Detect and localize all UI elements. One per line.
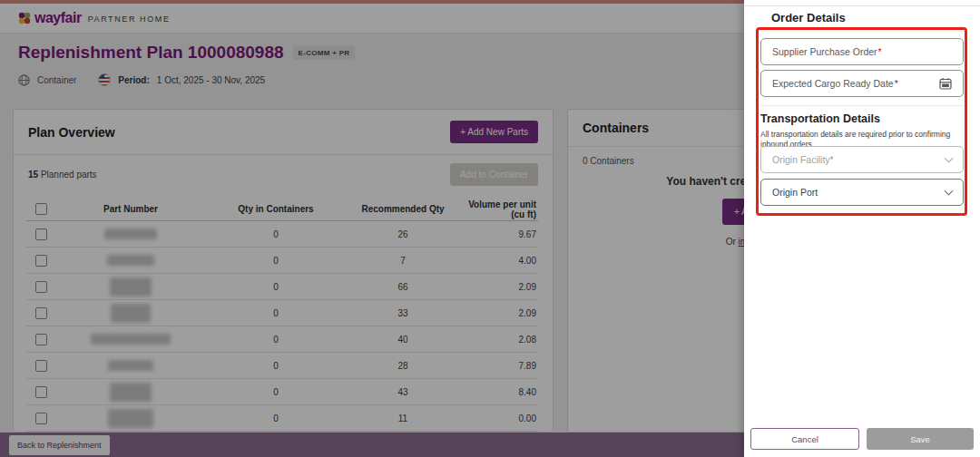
drawer-divider (744, 5, 980, 6)
order-details-title: Order Details (771, 11, 846, 24)
origin-port-select[interactable]: Origin Port (760, 179, 964, 206)
transportation-details-title: Transportation Details (760, 112, 880, 125)
origin-facility-select[interactable]: Origin Facility* (760, 146, 964, 173)
create-container-drawer: Order Details Supplier Purchase Order* E… (744, 0, 980, 457)
origin-facility-placeholder: Origin Facility* (772, 154, 834, 165)
supplier-po-placeholder: Supplier Purchase Order (772, 46, 877, 57)
section-divider (760, 105, 964, 106)
calendar-icon[interactable] (939, 77, 952, 90)
required-asterisk: * (878, 46, 882, 57)
chevron-down-icon (945, 153, 954, 162)
origin-port-placeholder: Origin Port (772, 187, 818, 198)
chevron-down-icon (945, 186, 954, 195)
cargo-date-placeholder: Expected Cargo Ready Date (772, 78, 894, 89)
cancel-button[interactable]: Cancel (750, 428, 859, 450)
required-asterisk: * (895, 78, 898, 89)
save-button[interactable]: Save (867, 428, 974, 450)
supplier-purchase-order-input[interactable]: Supplier Purchase Order* (760, 38, 964, 65)
expected-cargo-ready-date-input[interactable]: Expected Cargo Ready Date* (760, 70, 964, 97)
